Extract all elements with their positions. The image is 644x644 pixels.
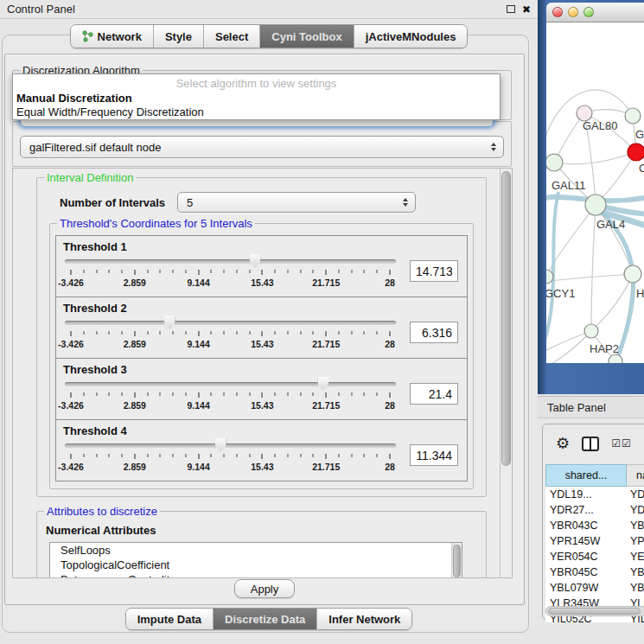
float-window-icon[interactable] — [507, 5, 515, 13]
group-label: Attributes to discretize — [44, 505, 160, 518]
table-panel-titlebar: Table Panel — [538, 396, 644, 418]
popup-prompt: Select algorithm to view settings — [13, 74, 500, 92]
network-node[interactable] — [609, 354, 622, 363]
threshold-label: Threshold 4 — [63, 424, 460, 437]
table-data-combobox[interactable]: galFiltered.sif default node — [20, 136, 504, 158]
threshold-label: Threshold 3 — [63, 363, 460, 376]
cyni-toolbox-panel: Discretization Algorithm Select algorith… — [4, 54, 525, 605]
slider-thumb[interactable] — [215, 438, 226, 452]
table-row[interactable]: YER054CYER0 — [545, 549, 644, 564]
network-node-label: HAP2 — [590, 342, 619, 355]
column-header-shared-name[interactable]: shared... — [545, 464, 627, 487]
attribute-item[interactable]: TopologicalCoefficient — [50, 558, 462, 572]
table-row[interactable]: YDL19...YDL1 — [545, 487, 644, 502]
right-column: GAL80GCGAL11GAL4HGCY1HAP2 Table Panel ⚙ … — [538, 0, 644, 644]
threshold-2-value-field[interactable] — [410, 322, 458, 343]
list-scrollbar[interactable] — [451, 543, 462, 577]
column-header-name[interactable]: na — [627, 464, 644, 487]
settings-gear-icon[interactable]: ⚙ — [556, 436, 570, 451]
tab-label: Cyni Toolbox — [271, 30, 341, 43]
slider-ticks — [71, 331, 390, 337]
combo-stepper-icon — [491, 143, 496, 151]
threshold-3-value-field[interactable] — [410, 383, 458, 405]
minimize-traffic-light-icon[interactable] — [568, 7, 578, 17]
horizontal-scrollbar[interactable] — [545, 606, 644, 616]
table-row[interactable]: YDR27...YDR2 — [545, 502, 644, 518]
close-traffic-light-icon[interactable] — [552, 7, 563, 17]
threshold-4-value-field[interactable] — [410, 444, 458, 466]
network-node[interactable] — [584, 324, 598, 338]
network-node-label: C — [639, 162, 644, 175]
slider-scale-labels: -3.4262.8599.14415.4321.71528 — [71, 462, 390, 473]
tab-style[interactable]: Style — [154, 25, 204, 48]
zoom-traffic-light-icon[interactable] — [583, 7, 594, 17]
network-node-label: G — [635, 128, 644, 141]
threshold-1-value-field[interactable] — [410, 260, 458, 282]
network-node-label: GCY1 — [546, 287, 575, 300]
slider-ticks — [71, 270, 390, 276]
threshold-1-slider[interactable]: -3.4262.8599.14415.4321.71528 — [63, 253, 398, 293]
table-header: shared... na — [545, 464, 644, 487]
popup-option-manual-discretization[interactable]: Manual Discretization — [13, 92, 500, 105]
attribute-item[interactable]: SelfLoops — [50, 543, 462, 558]
numerical-attributes-list[interactable]: SelfLoopsTopologicalCoefficientBetweenne… — [49, 542, 462, 577]
table-row[interactable]: YBR045CYBR0 — [545, 564, 644, 580]
network-node[interactable] — [625, 108, 641, 124]
split-columns-icon[interactable] — [582, 437, 599, 451]
slider-thumb[interactable] — [249, 254, 260, 268]
slider-thumb[interactable] — [164, 316, 175, 329]
threshold-2-slider[interactable]: -3.4262.8599.14415.4321.71528 — [63, 315, 398, 354]
slider-scale-labels: -3.4262.8599.14415.4321.71528 — [71, 400, 390, 411]
threshold-2-panel: Threshold 2 -3.4262.8599.14415.4321.7152… — [55, 296, 468, 359]
algorithm-dropdown-popup: Select algorithm to view settings Manual… — [12, 73, 501, 120]
network-node-label: H — [636, 287, 644, 300]
tab-infer-network[interactable]: Infer Network — [317, 609, 411, 629]
column-checkbox-icons[interactable]: ☑☑ — [611, 437, 632, 450]
network-node[interactable] — [628, 143, 644, 161]
attribute-item[interactable]: BetweennessCentrality — [50, 572, 462, 577]
network-node-label: GAL80 — [583, 119, 617, 132]
threshold-4-slider[interactable]: -3.4262.8599.14415.4321.71528 — [63, 437, 398, 477]
network-canvas-svg: GAL80GCGAL11GAL4HGCY1HAP2 — [546, 22, 644, 363]
apply-button[interactable]: Apply — [234, 579, 296, 598]
network-node[interactable] — [546, 154, 563, 171]
threshold-label: Threshold 1 — [63, 240, 460, 253]
network-window-titlebar[interactable] — [546, 3, 644, 22]
threshold-3-slider[interactable]: -3.4262.8599.14415.4321.71528 — [63, 376, 398, 416]
table-body: YDL19...YDL1YDR27...YDR2YBR043CYBR0YPR14… — [545, 487, 644, 622]
tab-label: Network — [98, 30, 142, 43]
threshold-label: Threshold 2 — [63, 302, 460, 315]
threshold-4-panel: Threshold 4 -3.4262.8599.14415.4321.7152… — [55, 419, 468, 481]
network-node[interactable] — [585, 194, 606, 215]
panel-title: Control Panel — [7, 3, 75, 16]
network-icon — [82, 30, 93, 42]
tab-select[interactable]: Select — [204, 25, 260, 48]
table-row[interactable]: YBR043CYBR0 — [545, 518, 644, 533]
settings-scroll-area: Interval Definition Number of Intervals … — [12, 168, 513, 578]
tab-label: Discretize Data — [225, 613, 305, 626]
table-row[interactable]: YBL079WYBL0 — [545, 580, 644, 596]
vertical-scrollbar[interactable] — [500, 169, 512, 577]
combo-stepper-icon — [403, 198, 408, 207]
slider-ticks — [71, 454, 390, 460]
popup-option-equal-width-frequency[interactable]: Equal Width/Frequency Discretization — [13, 105, 500, 119]
close-icon[interactable]: ✖ — [522, 5, 531, 14]
tab-cyni-toolbox[interactable]: Cyni Toolbox — [260, 25, 354, 48]
slider-scale-labels: -3.4262.8599.14415.4321.71528 — [71, 277, 390, 289]
network-view-window: GAL80GCGAL11GAL4HGCY1HAP2 — [538, 0, 644, 394]
table-row[interactable]: YPR145WYPR1 — [545, 533, 644, 549]
tab-label: Impute Data — [137, 613, 201, 626]
threshold-3-panel: Threshold 3 -3.4262.8599.14415.4321.7152… — [55, 358, 468, 420]
network-canvas[interactable]: GAL80GCGAL11GAL4HGCY1HAP2 — [546, 22, 644, 363]
tab-jactivemnodules[interactable]: jActiveMNodules — [354, 25, 468, 48]
network-node[interactable] — [624, 265, 641, 283]
tab-discretize-data[interactable]: Discretize Data — [214, 609, 317, 629]
tab-impute-data[interactable]: Impute Data — [126, 609, 214, 629]
network-node-label: GAL11 — [552, 179, 586, 192]
slider-scale-labels: -3.4262.8599.14415.4321.71528 — [71, 339, 390, 350]
slider-thumb[interactable] — [317, 377, 328, 391]
number-of-intervals-combobox[interactable]: 5 — [177, 192, 416, 213]
tab-label: jActiveMNodules — [366, 30, 456, 43]
tab-network[interactable]: Network — [71, 25, 154, 48]
slider-ticks — [71, 392, 390, 399]
